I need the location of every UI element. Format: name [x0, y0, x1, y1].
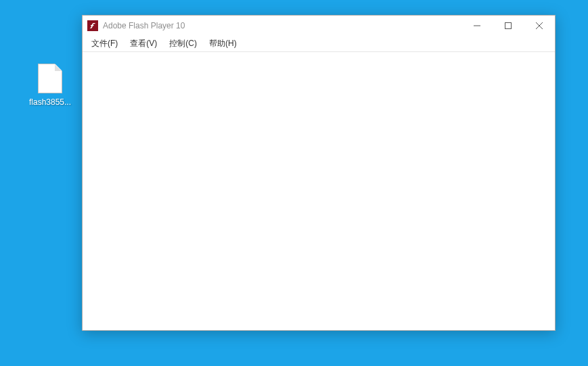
- flash-app-icon: [87, 20, 98, 31]
- menubar: 文件(F) 查看(V) 控制(C) 帮助(H): [83, 36, 555, 52]
- maximize-button[interactable]: [493, 16, 524, 36]
- content-area: [83, 52, 555, 330]
- close-button[interactable]: [524, 16, 555, 36]
- menu-view[interactable]: 查看(V): [125, 37, 162, 51]
- window-title: Adobe Flash Player 10: [103, 21, 461, 30]
- desktop-icon-label: flash3855...: [29, 97, 71, 107]
- svg-rect-1: [505, 23, 512, 29]
- file-icon: [38, 64, 62, 93]
- menu-control[interactable]: 控制(C): [164, 37, 202, 51]
- desktop-file-icon[interactable]: flash3855...: [30, 64, 70, 107]
- titlebar[interactable]: Adobe Flash Player 10: [83, 16, 555, 36]
- window-controls: [461, 16, 555, 36]
- flash-player-window: Adobe Flash Player 10 文件(F) 查看(V) 控制(C) …: [82, 15, 556, 331]
- menu-help[interactable]: 帮助(H): [204, 37, 242, 51]
- minimize-button[interactable]: [461, 16, 493, 36]
- menu-file[interactable]: 文件(F): [87, 37, 122, 51]
